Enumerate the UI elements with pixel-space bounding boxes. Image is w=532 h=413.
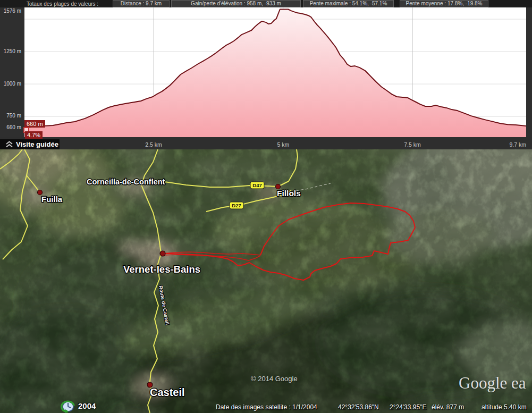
- guided-tour-bar[interactable]: Visite guidée: [0, 139, 60, 149]
- xtick-2-5km: 2.5 km: [145, 141, 162, 148]
- status-altitude: altitude 5.40 km: [482, 403, 527, 411]
- start-slope-badge: 4.7%: [25, 131, 43, 139]
- map-copyright: © 2014 Google: [251, 375, 298, 383]
- start-elevation-badge: 660 m: [24, 120, 45, 128]
- elevation-profile-chart[interactable]: [24, 7, 526, 137]
- elevation-stats-bar: Totaux des plages de valeurs : Distance …: [0, 0, 532, 7]
- road-badge-d47: D47: [250, 182, 264, 189]
- label-vernet-les-bains: Vernet-les-Bains: [123, 264, 200, 275]
- xtick-9-7km: 9.7 km: [509, 141, 526, 148]
- ytick-1576: 1576 m: [0, 8, 21, 14]
- historical-imagery-icon[interactable]: [60, 399, 75, 413]
- svg-text:D27: D27: [232, 203, 241, 208]
- satellite-map-view[interactable]: Fuilla Corneilla-de-Conflent Fillols Ver…: [0, 149, 532, 413]
- stat-distance: Distance : 9.7 km: [113, 0, 170, 7]
- road-badge-d27: D27: [230, 202, 243, 209]
- double-chevron-up-icon: [5, 141, 13, 148]
- elevation-area-fill: [24, 10, 526, 138]
- stats-prefix-label: Totaux des plages de valeurs :: [27, 1, 98, 7]
- status-elevation: élév. 877 m: [432, 403, 464, 411]
- xtick-5km: 5 km: [277, 141, 290, 148]
- svg-text:D47: D47: [252, 182, 261, 188]
- guided-tour-label: Visite guidée: [16, 139, 58, 149]
- ytick-750: 750 m: [0, 113, 21, 119]
- status-longitude: 2°24'33.95"E: [390, 403, 426, 411]
- stat-avg-slope: Pente moyenne : 17.8%, -19.8%: [400, 0, 488, 7]
- ytick-1250: 1250 m: [0, 48, 21, 54]
- imagery-year-label: 2004: [78, 401, 96, 410]
- label-fuilla: Fuilla: [41, 195, 63, 204]
- stat-max-slope: Pente maximale : 54.1%, -57.1%: [303, 0, 394, 7]
- google-earth-watermark: Google ea: [459, 374, 526, 393]
- terrain-texture-fine: [0, 149, 532, 413]
- chart-right-margin: [526, 7, 532, 137]
- town-dot-vernet-les-bains[interactable]: [160, 251, 165, 256]
- label-fillols: Fillols: [277, 189, 301, 198]
- x-axis-band: [0, 137, 532, 149]
- label-corneilla-de-conflent: Corneilla-de-Conflent: [87, 178, 165, 186]
- status-imagery-date: Date des images satellite : 1/1/2004: [216, 403, 317, 411]
- status-latitude: 42°32'53.86"N: [338, 403, 379, 411]
- label-casteil: Casteil: [150, 386, 185, 398]
- google-earth-window: Totaux des plages de valeurs : Distance …: [0, 0, 532, 413]
- ytick-1000: 1000 m: [0, 81, 21, 87]
- xtick-7-5km: 7.5 km: [404, 141, 421, 148]
- ytick-660: 660 m: [0, 124, 21, 130]
- stat-elevation-gain-loss: Gain/perte d'élévation : 958 m, -933 m: [171, 0, 301, 7]
